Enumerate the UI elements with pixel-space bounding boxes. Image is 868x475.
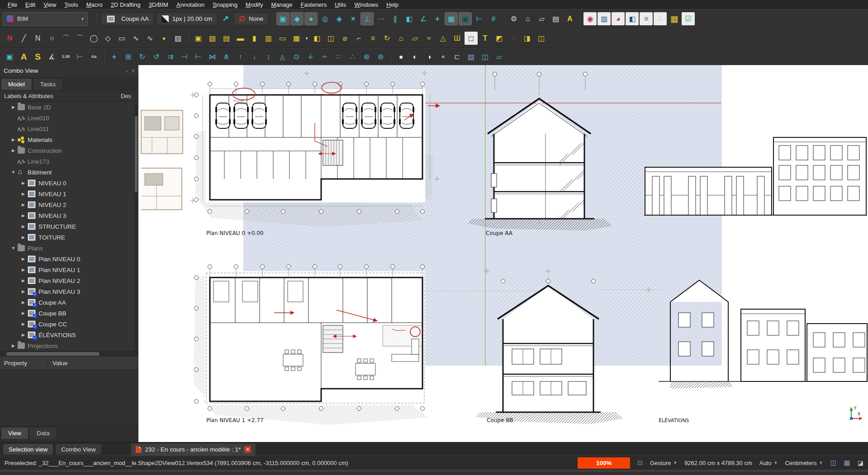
- toggle-grid-icon[interactable]: #: [487, 12, 500, 25]
- preferences-icon[interactable]: ⚙: [507, 12, 520, 25]
- tree-item[interactable]: Line173: [0, 156, 138, 167]
- expander-icon[interactable]: ▶: [20, 333, 27, 337]
- elevation-bottom-right-drawing[interactable]: ÉLÉVATIONS: [659, 280, 867, 423]
- tree-item[interactable]: ▼ Bâtiment: [0, 167, 138, 178]
- bim-pipe-connector-icon[interactable]: ⌐: [352, 32, 365, 45]
- document-tab[interactable]: 232 - En cours - ancien modèle : 1* ✕: [131, 443, 256, 456]
- part-box-icon[interactable]: ◻: [465, 32, 478, 45]
- tree-horizontal-scrollbar[interactable]: [0, 351, 138, 357]
- draft-extend-icon[interactable]: ⊢: [192, 50, 205, 63]
- tree-item[interactable]: ▶ NIVEAU 3: [0, 210, 138, 221]
- snap-ortho-icon[interactable]: +: [431, 12, 444, 25]
- levels-icon[interactable]: ▤: [549, 12, 562, 25]
- selection-view-button[interactable]: Selection view: [3, 443, 53, 455]
- draft-arc-icon[interactable]: ⌒: [59, 32, 72, 45]
- bim-panel-icon[interactable]: ▱: [408, 32, 422, 45]
- tree-item[interactable]: ▶ NIVEAU 1: [0, 188, 138, 199]
- tree-item[interactable]: ▶ ÉLÉVATIONS: [0, 329, 138, 340]
- snap-center-icon[interactable]: ◎: [318, 12, 332, 25]
- draft-trim-icon[interactable]: ⊣: [178, 50, 191, 63]
- snap-extension-icon[interactable]: ⋯: [375, 12, 388, 25]
- snap-endpoint-icon[interactable]: ◆: [290, 12, 304, 25]
- bim-site-icon[interactable]: ▧: [206, 32, 219, 45]
- expander-icon[interactable]: ▶: [10, 148, 17, 153]
- bim-slab-icon[interactable]: ▭: [276, 32, 289, 45]
- bim-stairs-icon[interactable]: ≡: [366, 32, 379, 45]
- tab-view[interactable]: View: [1, 427, 28, 439]
- draft-move-icon[interactable]: +: [108, 50, 121, 63]
- expander-icon[interactable]: ▶: [10, 105, 17, 109]
- snap-working-plane-icon[interactable]: ▣: [459, 12, 472, 25]
- expander-icon[interactable]: ▶: [20, 257, 27, 261]
- expander-icon[interactable]: ▼: [10, 170, 17, 174]
- bim-pipe-icon[interactable]: ⌀: [338, 32, 351, 45]
- drawing-svg[interactable]: Plan NIVEAU 0 +0.00: [138, 65, 868, 442]
- bim-wall-icon[interactable]: ▥: [262, 32, 275, 45]
- expander-icon[interactable]: ▶: [20, 213, 27, 218]
- todo-icon[interactable]: ☑: [682, 12, 695, 25]
- tree-item[interactable]: ▶ Coupe CC: [0, 319, 138, 329]
- menu-item[interactable]: Modify: [242, 1, 267, 9]
- float-panel-icon[interactable]: ▫: [126, 68, 128, 74]
- tab-data[interactable]: Data: [29, 427, 57, 439]
- bim-project-new-icon[interactable]: ▣: [192, 32, 205, 45]
- bim-curtainwall-icon[interactable]: ▦: [290, 32, 303, 45]
- tree-item[interactable]: Line011: [0, 123, 138, 134]
- bim-roof-icon[interactable]: ⌂: [394, 32, 408, 45]
- material-icon[interactable]: ∴: [654, 12, 667, 25]
- snap-lock-icon[interactable]: ▣: [276, 12, 289, 25]
- scrollbar-thumb[interactable]: [135, 116, 138, 192]
- schedule-icon[interactable]: ▥: [598, 12, 611, 25]
- draft-clone-icon[interactable]: ⊚: [374, 50, 387, 63]
- draft-downgrade-icon[interactable]: ↓: [248, 50, 261, 63]
- tree-item[interactable]: ▶ NIVEAU 2: [0, 199, 138, 210]
- menu-item[interactable]: File: [4, 1, 21, 9]
- scrollbar-thumb[interactable]: [6, 352, 100, 356]
- tree-item[interactable]: ▶ Materials: [0, 134, 138, 145]
- expander-icon[interactable]: ▼: [10, 246, 17, 250]
- tree-item[interactable]: ▶ STRUCTURE: [0, 221, 138, 232]
- draft-join-icon[interactable]: ⋈: [206, 50, 219, 63]
- sketcher-new-icon[interactable]: N: [3, 32, 16, 45]
- draft-bspline-icon[interactable]: ∿: [129, 32, 142, 45]
- expander-icon[interactable]: ▶: [20, 289, 27, 294]
- draft-arc-3pt-icon[interactable]: ⌒: [73, 32, 86, 45]
- draft-patharray-icon[interactable]: ∴: [346, 50, 359, 63]
- expander-icon[interactable]: ▶: [20, 300, 27, 305]
- draft-offset-icon[interactable]: ⇉: [164, 50, 177, 63]
- menu-item[interactable]: Macro: [82, 1, 107, 9]
- shapestring-icon[interactable]: S: [31, 50, 44, 63]
- bim-equipment-icon[interactable]: ◨: [521, 32, 534, 45]
- draft-circle-icon[interactable]: ○: [45, 32, 58, 45]
- tab-tasks[interactable]: Tasks: [33, 78, 63, 90]
- draft-delpoint-icon[interactable]: ∸: [318, 50, 331, 63]
- expander-icon[interactable]: ▶: [20, 192, 27, 196]
- snap-special-icon[interactable]: ◈: [332, 12, 346, 25]
- bim-text-icon[interactable]: T: [479, 32, 492, 45]
- image-plane-icon[interactable]: ▣: [3, 50, 16, 63]
- draft-line-icon[interactable]: ╱: [17, 32, 30, 45]
- scale-label-icon[interactable]: 1.00: [59, 50, 72, 63]
- bim-fence-icon[interactable]: Ш: [451, 32, 464, 45]
- tree-item[interactable]: ▶ Construction: [0, 145, 138, 156]
- wp-proxy-icon[interactable]: ◫: [479, 50, 492, 63]
- bim-rebar-icon[interactable]: ≈: [422, 32, 436, 45]
- tree-item[interactable]: ▼ Plans: [0, 243, 138, 254]
- tree-item[interactable]: ▶ Coupe BB: [0, 308, 138, 319]
- tree-item[interactable]: ▶ Plan NIVEAU 0: [0, 254, 138, 264]
- draft-split-icon[interactable]: ⋔: [220, 50, 233, 63]
- draft-edit-icon[interactable]: ◬: [276, 50, 289, 63]
- draft-addpoint-icon[interactable]: ∔: [304, 50, 317, 63]
- draft-rotate-icon[interactable]: ↻: [136, 50, 149, 63]
- expander-icon[interactable]: ▶: [20, 278, 27, 283]
- tree-item[interactable]: ▶ Plan NIVEAU 1: [0, 264, 138, 275]
- shape2dview-icon[interactable]: ▱: [493, 50, 506, 63]
- bim-building-icon[interactable]: ▤: [220, 32, 233, 45]
- draft-ellipse-icon[interactable]: ◯: [87, 32, 100, 45]
- draft-bezier-icon[interactable]: ∿: [143, 32, 157, 45]
- draft-polararray-icon[interactable]: ⊛: [360, 50, 373, 63]
- text-icon[interactable]: A: [17, 50, 30, 63]
- menu-item[interactable]: Fasteners: [296, 1, 331, 9]
- tree-item[interactable]: ▶ Projections: [0, 340, 138, 351]
- tree-item[interactable]: ▶ Plan NIVEAU 3: [0, 286, 138, 297]
